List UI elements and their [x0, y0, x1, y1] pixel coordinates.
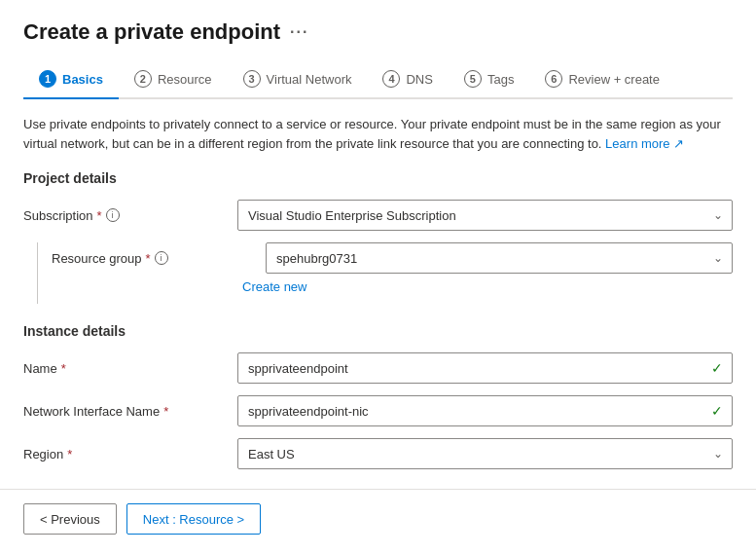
- tab-dns-label: DNS: [406, 72, 432, 87]
- network-interface-name-label: Network Interface Name *: [23, 404, 237, 419]
- region-required: *: [67, 447, 72, 462]
- name-check-icon: ✓: [711, 360, 723, 376]
- page-title-area: Create a private endpoint ···: [23, 19, 733, 45]
- resource-group-control: spehubrg0731 ⌄: [266, 242, 733, 274]
- instance-details-section: Instance details Name * ✓ Network Interf…: [23, 323, 733, 469]
- page-title: Create a private endpoint: [23, 19, 280, 45]
- tab-resource-label: Resource: [158, 72, 212, 87]
- previous-button[interactable]: < Previous: [23, 503, 117, 535]
- tab-virtual-network-number: 3: [243, 70, 261, 88]
- create-new-link[interactable]: Create new: [242, 279, 733, 294]
- tab-review-create-label: Review + create: [568, 72, 660, 87]
- page-title-ellipsis: ···: [290, 23, 308, 41]
- tab-tags[interactable]: 5 Tags: [449, 62, 529, 99]
- tab-resource[interactable]: 2 Resource: [119, 62, 228, 99]
- network-interface-required: *: [163, 404, 168, 419]
- region-row: Region * East US ⌄: [23, 438, 733, 469]
- tab-resource-number: 2: [134, 70, 152, 88]
- subscription-info-icon[interactable]: i: [106, 208, 120, 222]
- name-label: Name *: [23, 361, 237, 376]
- external-link-icon: ↗: [673, 136, 684, 151]
- resource-group-required: *: [146, 251, 151, 266]
- project-details-section: Project details Subscription * i Visual …: [23, 170, 733, 304]
- tab-basics-number: 1: [39, 70, 56, 88]
- region-control: East US ⌄: [237, 438, 733, 469]
- network-interface-name-input[interactable]: [237, 395, 733, 426]
- resource-group-dropdown-wrapper: spehubrg0731 ⌄: [266, 242, 733, 274]
- subscription-dropdown[interactable]: Visual Studio Enterprise Subscription: [237, 200, 733, 231]
- tab-tags-label: Tags: [487, 72, 514, 87]
- network-interface-name-input-wrapper: ✓: [237, 395, 733, 426]
- name-control: ✓: [237, 352, 733, 384]
- resource-group-label: Resource group * i: [52, 251, 266, 266]
- tab-bar: 1 Basics 2 Resource 3 Virtual Network 4 …: [23, 62, 733, 99]
- network-interface-check-icon: ✓: [711, 403, 723, 419]
- page-container: Create a private endpoint ··· 1 Basics 2…: [0, 0, 756, 469]
- tab-basics[interactable]: 1 Basics: [23, 62, 119, 99]
- tab-review-create[interactable]: 6 Review + create: [529, 62, 675, 99]
- subscription-control: Visual Studio Enterprise Subscription ⌄: [237, 200, 733, 231]
- subscription-dropdown-wrapper: Visual Studio Enterprise Subscription ⌄: [237, 200, 733, 231]
- tab-virtual-network-label: Virtual Network: [267, 72, 352, 87]
- resource-group-info-icon[interactable]: i: [155, 251, 168, 265]
- bracket-line: [37, 242, 38, 304]
- resource-group-bracket: Resource group * i spehubrg0731 ⌄ Creat: [23, 242, 733, 304]
- project-details-title: Project details: [23, 170, 733, 186]
- name-input-wrapper: ✓: [237, 352, 733, 384]
- tab-dns-number: 4: [382, 70, 400, 88]
- subscription-label: Subscription * i: [23, 208, 237, 223]
- tab-dns[interactable]: 4 DNS: [367, 62, 448, 99]
- region-dropdown-wrapper: East US ⌄: [237, 438, 733, 469]
- name-required: *: [61, 361, 66, 376]
- tab-virtual-network[interactable]: 3 Virtual Network: [228, 62, 368, 99]
- tab-tags-number: 5: [464, 70, 482, 88]
- instance-details-title: Instance details: [23, 323, 733, 339]
- region-dropdown[interactable]: East US: [237, 438, 733, 469]
- resource-group-inner: Resource group * i spehubrg0731 ⌄ Creat: [52, 242, 733, 304]
- subscription-required: *: [97, 208, 102, 223]
- name-row: Name * ✓: [23, 352, 733, 384]
- tab-review-create-number: 6: [545, 70, 562, 88]
- network-interface-name-control: ✓: [237, 395, 733, 426]
- footer: < Previous Next : Resource >: [0, 489, 756, 548]
- tab-basics-label: Basics: [62, 72, 103, 87]
- subscription-row: Subscription * i Visual Studio Enterpris…: [23, 200, 733, 231]
- resource-group-dropdown[interactable]: spehubrg0731: [266, 242, 733, 274]
- name-input[interactable]: [237, 352, 733, 384]
- region-label: Region *: [23, 447, 237, 462]
- learn-more-link[interactable]: Learn more ↗: [605, 136, 684, 151]
- resource-group-row: Resource group * i spehubrg0731 ⌄: [52, 242, 733, 274]
- network-interface-name-row: Network Interface Name * ✓: [23, 395, 733, 426]
- info-text: Use private endpoints to privately conne…: [23, 115, 733, 153]
- next-button[interactable]: Next : Resource >: [126, 503, 261, 535]
